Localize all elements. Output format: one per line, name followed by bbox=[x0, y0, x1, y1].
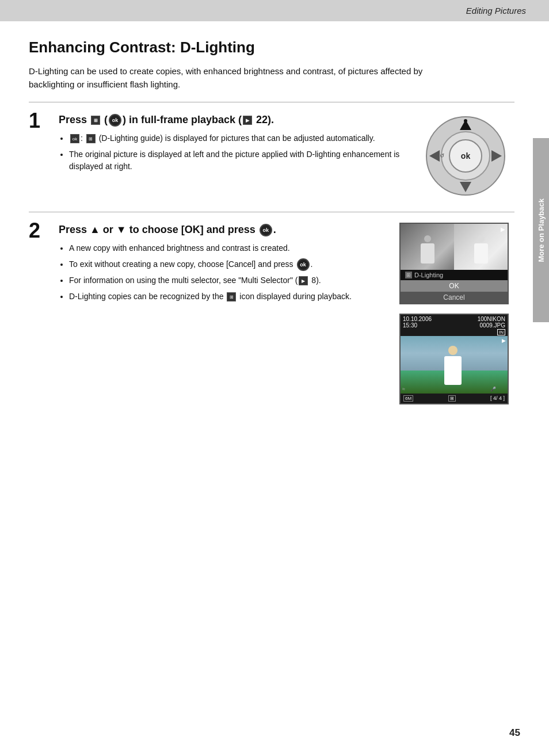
cam-memory-icon: IN bbox=[497, 329, 505, 335]
book-ref-icon2: ▶ bbox=[299, 276, 308, 285]
cam-time: 15:30 bbox=[403, 322, 432, 329]
step-2-heading: Press ▲ or ▼ to choose [OK] and press ok… bbox=[59, 223, 388, 236]
cam-photo-bottom-bar: 6M ⊞ [ 4/ 4 ] bbox=[401, 394, 508, 403]
cam-file-info: 100NIKON 0009.JPG IN bbox=[478, 316, 505, 335]
dial-image: ok ↺ bbox=[422, 113, 509, 199]
ok-icon-step2: ok bbox=[260, 224, 272, 236]
cam-counter: [ 4/ 4 ] bbox=[490, 395, 505, 401]
step-2-bullet-2: To exit without creating a new copy, cho… bbox=[69, 258, 388, 271]
step-2-bullet-4: D-Lighting copies can be recognized by t… bbox=[69, 291, 388, 303]
cam-protect-icon: ⊞ bbox=[448, 395, 456, 402]
cam-photo-image: ▶ ≈ 🎤 bbox=[401, 336, 508, 394]
menu-ok: OK bbox=[401, 280, 508, 292]
step-1-heading: Press ⊞ (ok) in full-frame playback (▶ 2… bbox=[59, 113, 405, 127]
main-content: Enhancing Contrast: D-Lighting D-Lightin… bbox=[0, 21, 549, 436]
step-2-bullets: A new copy with enhanced brightness and … bbox=[59, 242, 388, 303]
ok-small-icon: ok bbox=[70, 134, 79, 143]
camera-photo-screen: 10.10.2006 15:30 100NIKON 0009.JPG IN bbox=[399, 314, 509, 404]
step-2-number: 2 bbox=[29, 220, 59, 241]
step-1-number: 1 bbox=[29, 110, 59, 131]
d-lighting-menu-icon: ⊞ bbox=[405, 272, 412, 278]
step-2-images: ▶ ⊞ D-Lighting OK Cancel 10.10.200 bbox=[399, 223, 514, 404]
svg-text:ok: ok bbox=[461, 151, 471, 161]
sidebar: More on Playback bbox=[533, 138, 549, 322]
step-1-bullets: ok: ⊞ (D-Lighting guide) is displayed fo… bbox=[59, 132, 405, 173]
ok-icon-step2b: ok bbox=[297, 258, 310, 271]
cancel-menu-label: Cancel bbox=[443, 293, 464, 301]
menu-d-lighting: ⊞ D-Lighting bbox=[401, 270, 508, 280]
step-2-bullet-1: A new copy with enhanced brightness and … bbox=[69, 242, 388, 255]
retouch-icon: ⊞ bbox=[91, 116, 100, 125]
page-title: Enhancing Contrast: D-Lighting bbox=[29, 39, 514, 56]
cam-filename: 0009.JPG bbox=[478, 322, 505, 329]
step-2: 2 Press ▲ or ▼ to choose [OK] and press … bbox=[29, 212, 514, 413]
ok-menu-label: OK bbox=[449, 282, 459, 290]
book-ref-icon: ▶ bbox=[243, 116, 252, 125]
camera-menu-screen: ▶ ⊞ D-Lighting OK Cancel bbox=[399, 223, 509, 304]
cam-date-time: 10.10.2006 15:30 bbox=[403, 316, 432, 335]
d-lighting-menu-label: D-Lighting bbox=[414, 272, 443, 278]
cam-photo-top-bar: 10.10.2006 15:30 100NIKON 0009.JPG IN bbox=[401, 315, 508, 336]
svg-point-9 bbox=[464, 119, 467, 123]
ok-icon-inline: ok bbox=[109, 114, 121, 127]
d-light-icon2: ⊞ bbox=[227, 292, 236, 301]
step-1-bullet-2: The original picture is displayed at lef… bbox=[69, 148, 405, 173]
step-2-bullet-3: For information on using the multi selec… bbox=[69, 274, 388, 287]
header-bar: Editing Pictures bbox=[0, 0, 549, 21]
step-1-image: ok ↺ bbox=[417, 113, 514, 204]
step-2-content: Press ▲ or ▼ to choose [OK] and press ok… bbox=[59, 223, 399, 307]
cam-date: 10.10.2006 bbox=[403, 316, 432, 322]
step-1-content: Press ⊞ (ok) in full-frame playback (▶ 2… bbox=[59, 113, 417, 177]
header-text: Editing Pictures bbox=[466, 6, 526, 16]
step-1: 1 Press ⊞ (ok) in full-frame playback (▶… bbox=[29, 102, 514, 212]
svg-text:↺: ↺ bbox=[440, 152, 444, 159]
step-1-bullet-1: ok: ⊞ (D-Lighting guide) is displayed fo… bbox=[69, 132, 405, 145]
page-number: 45 bbox=[509, 727, 520, 739]
intro-text: D-Lighting can be used to create copies,… bbox=[29, 64, 432, 91]
menu-cancel: Cancel bbox=[401, 292, 508, 303]
cam-quality-icon: 6M bbox=[403, 395, 413, 402]
cam-folder: 100NIKON bbox=[478, 316, 505, 322]
sidebar-text: More on Playback bbox=[537, 198, 546, 262]
d-light-icon: ⊞ bbox=[86, 134, 96, 143]
